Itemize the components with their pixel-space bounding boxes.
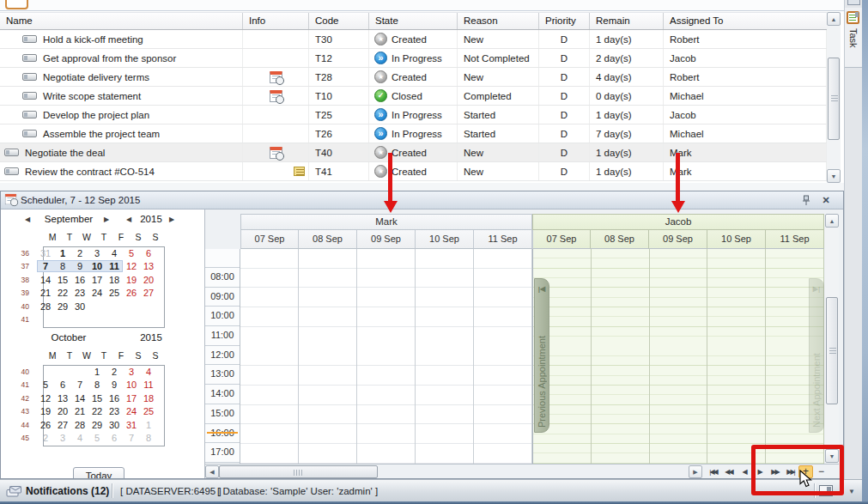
scroll-up-button[interactable]: ▲ (827, 12, 841, 26)
table-row[interactable]: Get approval from the sponsor T12 In Pro… (0, 49, 827, 68)
calendar-day[interactable]: 22 (88, 405, 106, 417)
scrollbar-thumb[interactable] (826, 297, 838, 404)
previous-appointment-bar[interactable]: |◀ Previous Appointment (534, 278, 549, 433)
calendar-day[interactable]: 13 (140, 260, 157, 272)
prev-month-icon[interactable]: ◀ (25, 216, 30, 223)
column-header-code[interactable]: Code (309, 13, 369, 29)
calendar-day[interactable]: 6 (106, 432, 123, 444)
calendar-day[interactable]: 24 (88, 287, 106, 299)
calendar-day[interactable]: 21 (71, 405, 88, 417)
notifications-label[interactable]: Notifications (12) (26, 485, 109, 497)
calendar-day[interactable]: 26 (37, 419, 54, 431)
calendar-day[interactable]: 20 (54, 405, 71, 417)
nav-prev-button[interactable]: ◀ (737, 465, 751, 478)
calendar-day[interactable]: 2 (37, 432, 54, 444)
calendar-day[interactable]: 16 (106, 392, 123, 404)
calendar-day[interactable]: 2 (106, 366, 123, 378)
day-column[interactable] (592, 249, 650, 464)
calendar-day[interactable]: 8 (140, 432, 157, 444)
day-column[interactable] (240, 249, 299, 464)
column-header-priority[interactable]: Priority (539, 13, 590, 29)
calendar-day[interactable]: 15 (54, 274, 71, 286)
calendar-day[interactable]: 6 (140, 247, 157, 259)
calendar-day[interactable]: 1 (140, 419, 157, 431)
calendar-day[interactable]: 3 (54, 432, 71, 444)
scheduler-horizontal-scrollbar[interactable]: ◀ ▶ |◀◀◀◀◀▶▶▶▶▶|+− (205, 464, 839, 478)
scrollbar-thumb[interactable] (828, 58, 840, 140)
scrollbar-thumb[interactable] (219, 465, 378, 478)
calendar-day[interactable]: 25 (140, 405, 157, 417)
next-month-icon[interactable]: ▶ (104, 216, 109, 223)
calendar-day[interactable]: 17 (123, 392, 140, 404)
calendar-day[interactable]: 9 (106, 379, 123, 391)
calendar-day[interactable]: 2 (71, 247, 88, 259)
table-row[interactable]: Review the contract #CO-514 T41 Created … (0, 162, 827, 181)
calendar-day[interactable]: 30 (71, 301, 88, 313)
calendar-day[interactable]: 15 (88, 392, 106, 404)
calendar-day[interactable]: 10 (123, 379, 140, 391)
calendar-day[interactable]: 7 (37, 260, 54, 272)
calendar-day[interactable]: 3 (123, 366, 140, 378)
task-list-icon[interactable] (5, 0, 28, 9)
table-vertical-scrollbar[interactable]: ▲ ▼ (827, 12, 841, 183)
calendar-day[interactable]: 13 (54, 392, 71, 404)
calendar-day[interactable]: 30 (106, 419, 123, 431)
table-row[interactable]: Assemble the project team T26 In Progres… (0, 124, 827, 143)
day-column[interactable] (416, 249, 474, 464)
calendar-day[interactable]: 21 (37, 287, 54, 299)
day-header[interactable]: 09 Sep (357, 230, 416, 249)
calendar-day[interactable]: 12 (123, 260, 140, 272)
calendar-day[interactable]: 26 (123, 287, 140, 299)
calendar-day[interactable]: 4 (106, 247, 123, 259)
calendar-day[interactable]: 29 (88, 419, 106, 431)
calendar-day[interactable]: 23 (106, 405, 123, 417)
day-column[interactable] (299, 249, 357, 464)
calendar-day[interactable]: 14 (37, 274, 54, 286)
calendar-day[interactable]: 19 (37, 405, 54, 417)
today-button[interactable]: Today (73, 467, 124, 479)
calendar-day[interactable]: 5 (88, 432, 106, 444)
calendar-day[interactable]: 31 (37, 247, 54, 259)
column-header-name[interactable]: Name (0, 13, 243, 29)
pin-button[interactable] (799, 194, 812, 207)
calendar-day[interactable]: 18 (140, 392, 157, 404)
calendar-day[interactable]: 23 (71, 287, 88, 299)
day-header[interactable]: 07 Sep (240, 230, 299, 249)
calendar-day[interactable]: 6 (54, 379, 71, 391)
resource-name[interactable]: Jacob (532, 214, 824, 230)
calendar-day[interactable]: 8 (88, 379, 106, 391)
next-appointment-bar[interactable]: ▶| Next Appointment (809, 278, 824, 433)
calendar-day[interactable]: 16 (71, 274, 88, 286)
nav-first-button[interactable]: |◀◀ (706, 465, 720, 478)
table-row[interactable]: Hold a kick-off meeting T30 Created New … (0, 30, 827, 49)
column-header-assigned-to[interactable]: Assigned To (664, 13, 827, 29)
calendar-day[interactable]: 3 (88, 247, 106, 259)
calendar-day[interactable]: 27 (140, 287, 157, 299)
day-header[interactable]: 11 Sep (474, 230, 532, 249)
calendar-day[interactable]: 9 (71, 260, 88, 272)
calendar-day[interactable]: 8 (54, 260, 71, 272)
day-header[interactable]: 08 Sep (591, 230, 649, 249)
calendar-day[interactable]: 1 (88, 366, 106, 378)
calendar-day[interactable]: 10 (88, 260, 106, 272)
nav-prev-fast-button[interactable]: ◀◀ (721, 465, 736, 478)
scroll-left-button[interactable]: ◀ (205, 465, 219, 478)
calendar-day[interactable]: 7 (71, 379, 88, 391)
day-column[interactable] (707, 249, 766, 464)
calendar-day[interactable]: 5 (123, 247, 140, 259)
column-header-remain[interactable]: Remain (590, 13, 664, 29)
calendar-day[interactable]: 19 (123, 274, 140, 286)
column-header-reason[interactable]: Reason (458, 13, 539, 29)
calendar-day[interactable]: 14 (71, 392, 88, 404)
day-header[interactable]: 07 Sep (532, 230, 591, 249)
calendar-day[interactable]: 20 (140, 274, 157, 286)
column-header-info[interactable]: Info (243, 13, 309, 29)
calendar-day[interactable]: 24 (123, 405, 140, 417)
day-header[interactable]: 09 Sep (649, 230, 707, 249)
prev-year-icon[interactable]: ◀ (126, 216, 131, 223)
calendar-day[interactable]: 18 (106, 274, 123, 286)
calendar-day[interactable]: 22 (54, 287, 71, 299)
calendar-day[interactable]: 4 (140, 366, 157, 378)
calendar-day[interactable]: 12 (37, 392, 54, 404)
day-header[interactable]: 08 Sep (299, 230, 357, 249)
